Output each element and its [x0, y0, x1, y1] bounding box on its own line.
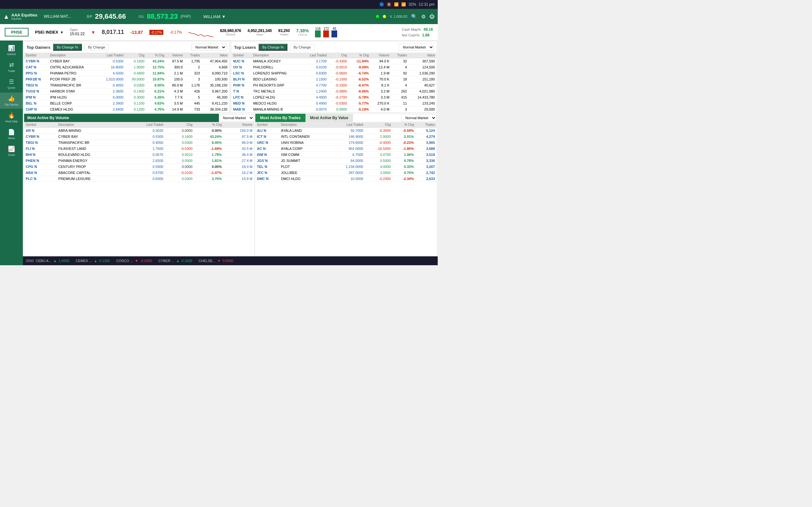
table-row[interactable]: MED`N MEDCO HLDG 0.4900 -0.0300 -5.77% 2…	[232, 101, 437, 107]
sidebar-item-trade[interactable]: ⇄ Trade	[0, 59, 23, 75]
table-row[interactable]: BLFI`N BDO LEASING 2.1500 -0.1500 -6.52%…	[232, 76, 437, 82]
losers-tab-by-change-pct[interactable]: By Change %	[258, 44, 287, 51]
table-row[interactable]: TEL`N PLDT 1,234.0000 4.0000 0.33% 3,207	[255, 164, 437, 170]
table-row[interactable]: T`N TKC METALS 1.2400 -0.0800 -6.06% 3.2…	[232, 89, 437, 95]
desc-cell: ABRA MINING	[57, 128, 126, 134]
gainers-market-dropdown[interactable]: Normal Market	[191, 44, 226, 51]
psei-label: PSEi INDEX	[35, 30, 58, 35]
table-row[interactable]: MJC`N MANILA JOCKEY 3.1700 -0.4300 -11.9…	[232, 58, 437, 64]
table-row[interactable]: AR`N ABRA MINING 0.0020 0.0000 0.00% 156…	[24, 128, 254, 134]
search-icon[interactable]: 🔍	[411, 14, 417, 20]
gainers-title: Top Gainers	[27, 45, 50, 50]
table-row[interactable]: MAB`N MANILA MINING B 0.0070 0.0000 -5.1…	[232, 107, 437, 112]
trades-cell: 4	[391, 64, 409, 70]
col-chg: Chg	[125, 53, 146, 58]
ticker-item: CHELSE... ▼ 0.0000	[199, 259, 234, 263]
table-row[interactable]: CPG`N CENTURY PROP 0.5900 0.0000 0.00% 1…	[24, 164, 254, 170]
losers-tab-by-change[interactable]: By Change	[290, 44, 314, 50]
volume-market-dropdown[interactable]: Normal Market	[219, 114, 254, 121]
symbol-cell: TEL`N	[255, 164, 280, 170]
psei-dropdown[interactable]: ▼	[60, 31, 63, 34]
last-cell: 901.0000	[331, 146, 365, 152]
table-row[interactable]: ICT`N INTL CONTAINER 146.9000 2.9000 2.0…	[255, 134, 437, 140]
pct-cell: 1.79%	[194, 152, 223, 158]
ticker-item: COSCO ... ▼ -0.0300	[116, 259, 152, 263]
table-row[interactable]: DMC`N DMCI HLDG 10.0000 -0.2400 -2.34% 2…	[255, 176, 437, 182]
trades-tab-value[interactable]: Most Active By Value	[305, 114, 353, 122]
table-row[interactable]: ABA`N ABACORE CAPITAL 0.6700 -0.0100 -1.…	[24, 170, 254, 176]
table-row[interactable]: PHR`N PH RESORTS GRP 4.7700 -0.3300 -6.4…	[232, 82, 437, 89]
losers-market-dropdown[interactable]: Normal Market	[399, 44, 434, 51]
sidebar-item-top-stocks[interactable]: 👍 Top Stocks	[0, 93, 23, 109]
desc-cell: ABACORE CAPITAL	[57, 170, 126, 176]
table-row[interactable]: LSC`N LORENZO SHIPPNG 0.8300 -0.0600 -6.…	[232, 70, 437, 76]
gl-value: 88,573.23	[147, 12, 178, 20]
open-time: 15:01:22	[70, 32, 85, 36]
table-row[interactable]: PHEN`N PHINMA ENERGY 2.8200 0.0500 1.81%…	[24, 158, 254, 164]
pct-cell: 5.26%	[146, 95, 166, 101]
vol-cell: 156.0 M	[223, 128, 254, 134]
desc-cell: PH RESORTS GRP	[252, 82, 301, 89]
user-section[interactable]: WILLIAM ▼	[203, 14, 225, 19]
phse-button[interactable]: PHSE	[5, 28, 29, 37]
user-dropdown-icon[interactable]: ▼	[222, 14, 226, 19]
table-row[interactable]: CYBR`N CYBER BAY 0.5300 0.1600 43.24% 97…	[24, 134, 254, 140]
col-chg: Chg	[365, 122, 392, 128]
trades-tab-active[interactable]: Most Active By Trades	[255, 114, 305, 122]
gainers-tab-by-change-pct[interactable]: By Change %	[53, 44, 82, 51]
gainers-tab-by-change[interactable]: By Change	[84, 44, 108, 50]
most-active-volume-table: Most Active By Volume Normal Market Symb…	[24, 114, 254, 255]
vol-cell: 97.5 M	[223, 134, 254, 140]
vol-cell: 42.5 M	[223, 146, 254, 152]
ticker-name: CEMEX ...	[76, 259, 92, 263]
table-row[interactable]: CHP`N CEMEX HLDG 2.6400 0.1200 4.76% 14.…	[24, 107, 229, 112]
header-right: V. 1.000.03 🔍 ⚙ ⏻	[376, 14, 435, 20]
table-row[interactable]: CYBR`N CYBER BAY 0.5300 0.1600 43.24% 97…	[24, 58, 229, 64]
table-row[interactable]: PLC`N PREMIUM LEISURE 0.8300 0.0300 3.75…	[24, 176, 254, 182]
vol-cell: 3.3 M	[370, 95, 391, 101]
top-stocks-icon: 👍	[8, 95, 15, 102]
sidebar-item-news[interactable]: 📄 News	[0, 126, 23, 142]
table-row[interactable]: FLI`N FILINVEST LAND 1.7500 -0.0300 -1.6…	[24, 146, 254, 152]
table-row[interactable]: IPM`N IPM HLDG 6.0000 0.3000 5.26% 7.7 K…	[24, 95, 229, 101]
table-row[interactable]: TBGI`N TRANSPACIFIC BR 0.4050 0.0300 8.0…	[24, 140, 254, 146]
chg-cell: -0.0100	[165, 170, 194, 176]
desc-cell: PHINMA PETRO	[49, 70, 98, 76]
desc-cell: PLDT	[280, 164, 331, 170]
power-icon[interactable]: ⏻	[429, 14, 435, 19]
table-row[interactable]: PRF2B`N PCOR PREF 2B 1,010.0000 99.0000 …	[24, 76, 229, 82]
ticker-name: CYBER ...	[158, 259, 174, 263]
val-cell: 38,334,130	[201, 107, 229, 112]
table-row[interactable]: ISM`N ISM COMM 6.7000 0.0700 1.06% 3,519	[255, 152, 437, 158]
cash-stats: Cash Map% 49.16 Net Cash% 1.68	[402, 27, 433, 38]
table-row[interactable]: PPG`N PHINMA PETRO 4.5000 0.4800 11.94% …	[24, 70, 229, 76]
table-row[interactable]: BEL`N BELLE CORP 2.3900 0.1100 4.83% 3.5…	[24, 101, 229, 107]
table-row[interactable]: BHI`N BOULEVARD HLDG 0.0570 0.0010 1.79%…	[24, 152, 254, 158]
ticker-name: COSCO ...	[116, 259, 133, 263]
trades-cell: 1,795	[184, 58, 201, 64]
sidebar-item-heat-map[interactable]: 🔥 Heat Map	[0, 109, 23, 125]
table-row[interactable]: LPZ`N LOPEZ HLDG 4.4000 -0.2700 -5.78% 3…	[232, 95, 437, 101]
table-row[interactable]: OV`N PHILODRILL 0.0100 -0.0010 -9.09% 12…	[232, 64, 437, 70]
desc-cell: PREMIUM LEISURE	[57, 176, 126, 182]
pct-cell: 4.83%	[146, 101, 166, 107]
symbol-cell: PHEN`N	[24, 158, 57, 164]
mute-icon: 🔇	[387, 2, 392, 7]
trades-market-dropdown[interactable]: Normal Market	[401, 114, 437, 121]
table-row[interactable]: ALI`N AYALA LAND 50.7000 -0.3000 -0.59% …	[255, 128, 437, 134]
gl-section: G/L 88,573.23 (PHP)	[139, 12, 191, 20]
table-row[interactable]: JGS`N JG SUMMIT 64.5000 0.5000 0.78% 3,3…	[255, 158, 437, 164]
settings-icon[interactable]: ⚙	[421, 14, 426, 20]
sidebar-item-market[interactable]: 📊 Market	[0, 42, 23, 58]
ticker-arrow: ▲	[53, 259, 57, 263]
sidebar-item-chart[interactable]: 📈 Chart	[0, 143, 23, 159]
table-row[interactable]: CAT`N CNTRL AZUCARERA 16.8000 1.9000 12.…	[24, 64, 229, 70]
desc-cell: CYBER BAY	[57, 134, 126, 140]
table-row[interactable]: JFC`N JOLLIBEE 287.0000 2.0000 0.70% 2,7…	[255, 170, 437, 176]
table-row[interactable]: URC`N UNIV ROBINA 174.6000 -0.4000 -0.23…	[255, 140, 437, 146]
sidebar-item-quote[interactable]: ☰ Quote	[0, 76, 23, 92]
table-row[interactable]: TBGI`N TRANSPACIFIC BR 0.4050 0.0300 8.0…	[24, 82, 229, 89]
table-row[interactable]: AC`N AYALA CORP 901.0000 -16.5000 -1.80%…	[255, 146, 437, 152]
last-cell: 0.5300	[98, 58, 125, 64]
table-row[interactable]: TUGS`N HARBOR STAR 2.3600 0.1400 6.31% 4…	[24, 89, 229, 95]
